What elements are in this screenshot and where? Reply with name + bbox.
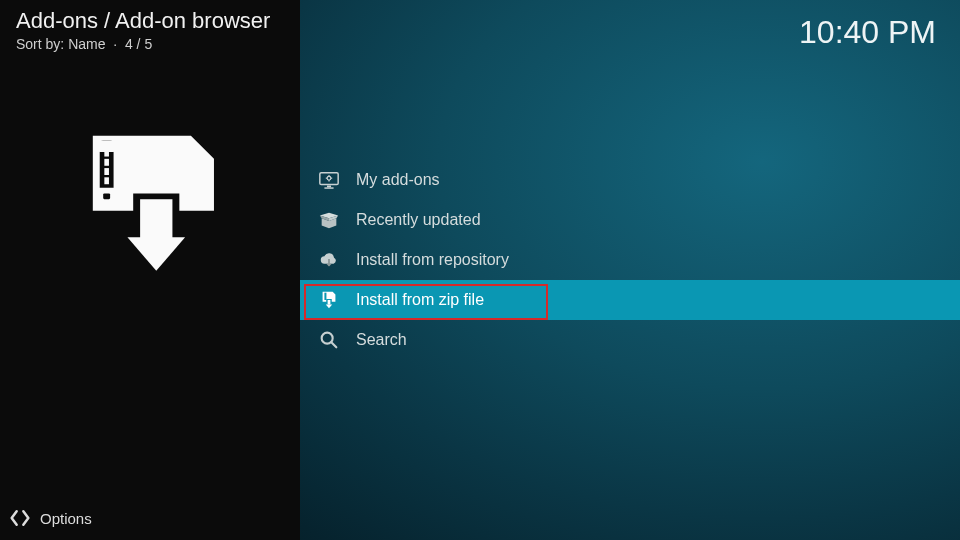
menu-item-label: Install from repository — [356, 251, 509, 269]
zip-download-icon — [316, 287, 342, 313]
clock: 10:40 PM — [799, 14, 936, 51]
svg-point-12 — [327, 176, 331, 180]
content-panel: 10:40 PM My add-ons — [300, 0, 960, 540]
menu-item-install-from-repository[interactable]: Install from repository — [300, 240, 960, 280]
breadcrumb: Add-ons / Add-on browser — [16, 8, 270, 34]
options-icon — [10, 508, 30, 528]
svg-rect-2 — [104, 150, 109, 157]
sort-label: Sort by: Name — [16, 36, 105, 52]
menu-item-search[interactable]: Search — [300, 320, 960, 360]
separator: · — [109, 36, 121, 52]
svg-rect-18 — [328, 300, 331, 305]
svg-rect-11 — [324, 187, 333, 188]
menu-list: My add-ons Recently updated — [300, 160, 960, 360]
menu-item-label: Search — [356, 331, 407, 349]
svg-line-20 — [331, 342, 336, 347]
menu-item-install-from-zip[interactable]: Install from zip file — [300, 280, 960, 320]
search-icon — [316, 327, 342, 353]
category-icon — [78, 130, 223, 280]
svg-rect-3 — [104, 159, 109, 166]
svg-rect-5 — [104, 177, 109, 184]
menu-item-label: My add-ons — [356, 171, 440, 189]
cloud-download-icon — [316, 247, 342, 273]
menu-item-label: Install from zip file — [356, 291, 484, 309]
svg-rect-8 — [140, 199, 172, 239]
menu-item-recently-updated[interactable]: Recently updated — [300, 200, 960, 240]
monitor-icon — [316, 167, 342, 193]
options-button[interactable]: Options — [10, 508, 92, 528]
svg-rect-9 — [320, 173, 338, 185]
svg-rect-4 — [104, 168, 109, 175]
svg-rect-10 — [327, 186, 331, 188]
open-box-icon — [316, 207, 342, 233]
menu-item-label: Recently updated — [356, 211, 481, 229]
item-count: 4 / 5 — [125, 36, 152, 52]
options-label: Options — [40, 510, 92, 527]
side-panel: Add-ons / Add-on browser Sort by: Name ·… — [0, 0, 300, 540]
menu-item-my-addons[interactable]: My add-ons — [300, 160, 960, 200]
sort-status: Sort by: Name · 4 / 5 — [16, 36, 152, 52]
svg-rect-17 — [324, 293, 326, 300]
svg-rect-7 — [103, 193, 110, 199]
